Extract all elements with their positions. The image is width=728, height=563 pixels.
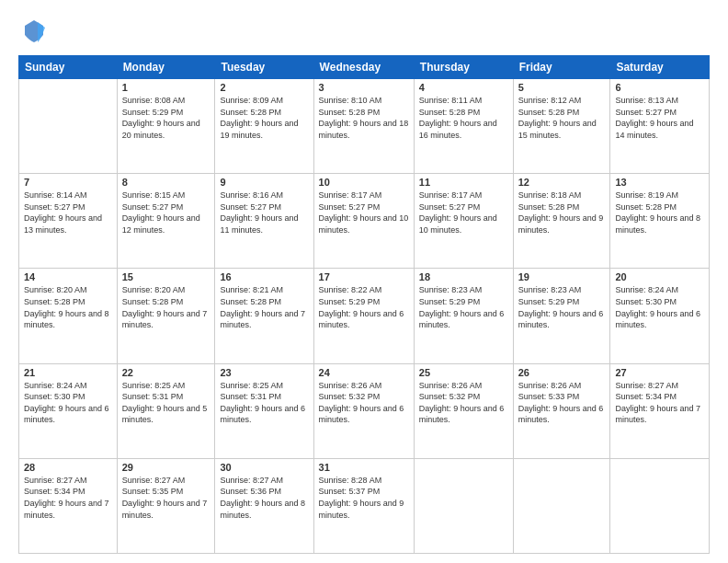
day-number: 1 (122, 82, 210, 93)
sunset: Sunset: 5:34 PM (615, 392, 677, 401)
sunrise: Sunrise: 8:13 AM (615, 96, 678, 105)
day-number: 21 (24, 367, 112, 378)
cell-info: Sunrise: 8:23 AM Sunset: 5:29 PM Dayligh… (518, 284, 606, 330)
calendar-cell: 16 Sunrise: 8:21 AM Sunset: 5:28 PM Dayl… (215, 269, 313, 363)
cell-info: Sunrise: 8:24 AM Sunset: 5:30 PM Dayligh… (24, 380, 112, 426)
sunrise: Sunrise: 8:23 AM (419, 285, 483, 294)
cell-info: Sunrise: 8:28 AM Sunset: 5:37 PM Dayligh… (319, 475, 409, 521)
sunrise: Sunrise: 8:20 AM (122, 285, 186, 294)
calendar-cell: 20 Sunrise: 8:24 AM Sunset: 5:30 PM Dayl… (610, 269, 710, 363)
sunrise: Sunrise: 8:27 AM (122, 476, 186, 485)
sunset: Sunset: 5:31 PM (122, 392, 184, 401)
weekday-header: Monday (117, 56, 215, 79)
sunset: Sunset: 5:27 PM (419, 202, 481, 212)
day-number: 24 (319, 367, 409, 378)
day-number: 9 (220, 177, 308, 188)
sunrise: Sunrise: 8:15 AM (122, 190, 186, 200)
calendar-row: 1 Sunrise: 8:08 AM Sunset: 5:29 PM Dayli… (19, 79, 710, 174)
sunrise: Sunrise: 8:24 AM (24, 381, 87, 390)
weekday-header: Thursday (414, 56, 513, 79)
weekday-header: Tuesday (215, 56, 313, 79)
sunset: Sunset: 5:29 PM (419, 297, 481, 306)
cell-info: Sunrise: 8:17 AM Sunset: 5:27 PM Dayligh… (319, 190, 409, 236)
weekday-header: Friday (513, 56, 610, 79)
calendar-cell: 5 Sunrise: 8:12 AM Sunset: 5:28 PM Dayli… (513, 79, 610, 174)
sunset: Sunset: 5:28 PM (518, 108, 580, 117)
daylight: Daylight: 9 hours and 16 minutes. (419, 119, 497, 140)
calendar-cell: 10 Sunrise: 8:17 AM Sunset: 5:27 PM Dayl… (313, 174, 414, 269)
sunrise: Sunrise: 8:28 AM (319, 476, 382, 485)
calendar-cell: 11 Sunrise: 8:17 AM Sunset: 5:27 PM Dayl… (414, 174, 513, 269)
calendar-row: 7 Sunrise: 8:14 AM Sunset: 5:27 PM Dayli… (19, 174, 710, 269)
sunrise: Sunrise: 8:26 AM (319, 381, 382, 390)
calendar-cell: 1 Sunrise: 8:08 AM Sunset: 5:29 PM Dayli… (117, 79, 215, 174)
sunrise: Sunrise: 8:12 AM (518, 96, 582, 105)
sunrise: Sunrise: 8:25 AM (122, 381, 186, 390)
sunset: Sunset: 5:28 PM (220, 108, 281, 117)
daylight: Daylight: 9 hours and 6 minutes. (319, 309, 404, 330)
cell-info: Sunrise: 8:10 AM Sunset: 5:28 PM Dayligh… (319, 95, 409, 141)
sunset: Sunset: 5:27 PM (615, 108, 677, 117)
sunrise: Sunrise: 8:20 AM (24, 285, 87, 294)
sunset: Sunset: 5:27 PM (220, 202, 281, 212)
sunset: Sunset: 5:35 PM (122, 487, 184, 496)
header (18, 17, 710, 46)
daylight: Daylight: 9 hours and 6 minutes. (319, 404, 404, 425)
calendar-cell: 13 Sunrise: 8:19 AM Sunset: 5:28 PM Dayl… (610, 174, 710, 269)
daylight: Daylight: 9 hours and 14 minutes. (615, 119, 693, 140)
cell-info: Sunrise: 8:20 AM Sunset: 5:28 PM Dayligh… (122, 284, 210, 330)
sunset: Sunset: 5:28 PM (24, 297, 85, 306)
day-number: 8 (122, 177, 210, 188)
day-number: 16 (220, 271, 308, 282)
sunset: Sunset: 5:27 PM (319, 202, 381, 212)
sunrise: Sunrise: 8:26 AM (419, 381, 483, 390)
sunrise: Sunrise: 8:22 AM (319, 285, 382, 294)
cell-info: Sunrise: 8:21 AM Sunset: 5:28 PM Dayligh… (220, 284, 308, 330)
day-number: 11 (419, 177, 508, 188)
sunset: Sunset: 5:28 PM (220, 297, 281, 306)
calendar-cell: 7 Sunrise: 8:14 AM Sunset: 5:27 PM Dayli… (19, 174, 118, 269)
cell-info: Sunrise: 8:08 AM Sunset: 5:29 PM Dayligh… (122, 95, 210, 141)
calendar-cell: 25 Sunrise: 8:26 AM Sunset: 5:32 PM Dayl… (414, 363, 513, 458)
sunrise: Sunrise: 8:18 AM (518, 190, 582, 200)
day-number: 31 (319, 462, 409, 473)
sunset: Sunset: 5:29 PM (518, 297, 580, 306)
cell-info: Sunrise: 8:17 AM Sunset: 5:27 PM Dayligh… (419, 190, 508, 236)
daylight: Daylight: 9 hours and 19 minutes. (220, 119, 298, 140)
sunrise: Sunrise: 8:24 AM (615, 285, 678, 294)
daylight: Daylight: 9 hours and 6 minutes. (518, 404, 604, 425)
cell-info: Sunrise: 8:27 AM Sunset: 5:34 PM Dayligh… (615, 380, 704, 426)
calendar-row: 21 Sunrise: 8:24 AM Sunset: 5:30 PM Dayl… (19, 363, 710, 458)
calendar-cell: 24 Sunrise: 8:26 AM Sunset: 5:32 PM Dayl… (313, 363, 414, 458)
calendar-cell (19, 79, 118, 174)
daylight: Daylight: 9 hours and 18 minutes. (319, 119, 409, 140)
calendar-cell (610, 458, 710, 553)
daylight: Daylight: 9 hours and 20 minutes. (122, 119, 200, 140)
day-number: 2 (220, 82, 308, 93)
weekday-header: Saturday (610, 56, 710, 79)
sunset: Sunset: 5:27 PM (24, 202, 85, 212)
day-number: 18 (419, 271, 508, 282)
daylight: Daylight: 9 hours and 11 minutes. (220, 213, 298, 235)
daylight: Daylight: 9 hours and 7 minutes. (615, 404, 700, 425)
day-number: 25 (419, 367, 508, 378)
calendar-cell: 27 Sunrise: 8:27 AM Sunset: 5:34 PM Dayl… (610, 363, 710, 458)
weekday-header: Sunday (19, 56, 118, 79)
calendar-cell: 9 Sunrise: 8:16 AM Sunset: 5:27 PM Dayli… (215, 174, 313, 269)
day-number: 4 (419, 82, 508, 93)
calendar-cell: 8 Sunrise: 8:15 AM Sunset: 5:27 PM Dayli… (117, 174, 215, 269)
daylight: Daylight: 9 hours and 6 minutes. (419, 404, 505, 425)
cell-info: Sunrise: 8:25 AM Sunset: 5:31 PM Dayligh… (220, 380, 308, 426)
cell-info: Sunrise: 8:19 AM Sunset: 5:28 PM Dayligh… (615, 190, 704, 236)
calendar-cell (414, 458, 513, 553)
sunrise: Sunrise: 8:21 AM (220, 285, 283, 294)
daylight: Daylight: 9 hours and 10 minutes. (419, 213, 497, 235)
sunrise: Sunrise: 8:10 AM (319, 96, 382, 105)
day-number: 29 (122, 462, 210, 473)
daylight: Daylight: 9 hours and 6 minutes. (24, 404, 109, 425)
sunrise: Sunrise: 8:27 AM (24, 476, 87, 485)
calendar-cell: 18 Sunrise: 8:23 AM Sunset: 5:29 PM Dayl… (414, 269, 513, 363)
calendar-cell: 21 Sunrise: 8:24 AM Sunset: 5:30 PM Dayl… (19, 363, 118, 458)
sunset: Sunset: 5:28 PM (615, 202, 677, 212)
daylight: Daylight: 9 hours and 7 minutes. (220, 309, 305, 330)
